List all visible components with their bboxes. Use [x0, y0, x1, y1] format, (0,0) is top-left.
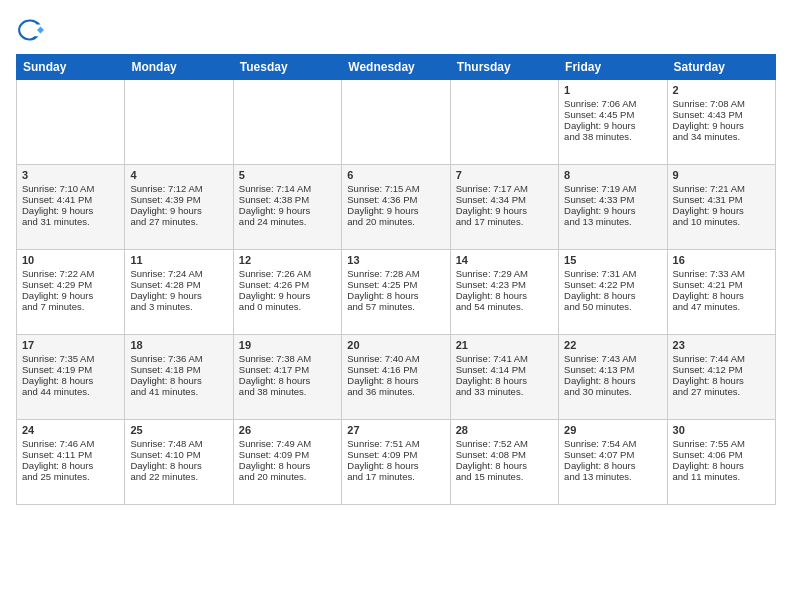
day-info: Sunset: 4:14 PM	[456, 364, 553, 375]
header	[16, 16, 776, 44]
day-info: and 27 minutes.	[673, 386, 770, 397]
day-info: Sunrise: 7:21 AM	[673, 183, 770, 194]
day-info: and 13 minutes.	[564, 471, 661, 482]
calendar-cell: 26Sunrise: 7:49 AMSunset: 4:09 PMDayligh…	[233, 420, 341, 505]
calendar-cell: 21Sunrise: 7:41 AMSunset: 4:14 PMDayligh…	[450, 335, 558, 420]
day-info: Sunrise: 7:41 AM	[456, 353, 553, 364]
calendar-cell: 24Sunrise: 7:46 AMSunset: 4:11 PMDayligh…	[17, 420, 125, 505]
day-info: Daylight: 9 hours	[22, 290, 119, 301]
day-info: Sunrise: 7:08 AM	[673, 98, 770, 109]
day-info: Sunrise: 7:22 AM	[22, 268, 119, 279]
day-info: Sunrise: 7:38 AM	[239, 353, 336, 364]
calendar-week-row: 10Sunrise: 7:22 AMSunset: 4:29 PMDayligh…	[17, 250, 776, 335]
day-info: Sunset: 4:33 PM	[564, 194, 661, 205]
day-info: Daylight: 8 hours	[456, 375, 553, 386]
day-number: 28	[456, 424, 553, 436]
calendar-cell: 5Sunrise: 7:14 AMSunset: 4:38 PMDaylight…	[233, 165, 341, 250]
day-info: Sunset: 4:09 PM	[239, 449, 336, 460]
day-info: Daylight: 8 hours	[673, 375, 770, 386]
calendar-cell: 7Sunrise: 7:17 AMSunset: 4:34 PMDaylight…	[450, 165, 558, 250]
day-info: Sunrise: 7:49 AM	[239, 438, 336, 449]
calendar-header-tuesday: Tuesday	[233, 55, 341, 80]
day-info: Sunset: 4:41 PM	[22, 194, 119, 205]
day-number: 2	[673, 84, 770, 96]
day-info: Daylight: 9 hours	[456, 205, 553, 216]
day-info: Daylight: 8 hours	[564, 290, 661, 301]
day-info: and 50 minutes.	[564, 301, 661, 312]
day-number: 22	[564, 339, 661, 351]
day-info: and 15 minutes.	[456, 471, 553, 482]
logo-icon	[16, 16, 44, 44]
day-info: Daylight: 9 hours	[347, 205, 444, 216]
day-number: 20	[347, 339, 444, 351]
calendar-cell: 29Sunrise: 7:54 AMSunset: 4:07 PMDayligh…	[559, 420, 667, 505]
calendar-cell: 22Sunrise: 7:43 AMSunset: 4:13 PMDayligh…	[559, 335, 667, 420]
day-info: Sunrise: 7:55 AM	[673, 438, 770, 449]
day-number: 18	[130, 339, 227, 351]
day-number: 8	[564, 169, 661, 181]
day-info: and 10 minutes.	[673, 216, 770, 227]
day-number: 23	[673, 339, 770, 351]
day-info: Sunrise: 7:14 AM	[239, 183, 336, 194]
day-number: 6	[347, 169, 444, 181]
calendar-cell: 27Sunrise: 7:51 AMSunset: 4:09 PMDayligh…	[342, 420, 450, 505]
calendar-header-saturday: Saturday	[667, 55, 775, 80]
day-info: and 57 minutes.	[347, 301, 444, 312]
day-info: and 20 minutes.	[347, 216, 444, 227]
calendar-cell: 4Sunrise: 7:12 AMSunset: 4:39 PMDaylight…	[125, 165, 233, 250]
day-info: Daylight: 8 hours	[673, 460, 770, 471]
day-number: 30	[673, 424, 770, 436]
calendar-cell: 1Sunrise: 7:06 AMSunset: 4:45 PMDaylight…	[559, 80, 667, 165]
day-number: 1	[564, 84, 661, 96]
day-info: and 34 minutes.	[673, 131, 770, 142]
day-info: Sunset: 4:21 PM	[673, 279, 770, 290]
day-info: Sunset: 4:39 PM	[130, 194, 227, 205]
day-info: Sunrise: 7:52 AM	[456, 438, 553, 449]
day-number: 13	[347, 254, 444, 266]
day-info: Daylight: 9 hours	[673, 120, 770, 131]
day-info: Sunset: 4:38 PM	[239, 194, 336, 205]
day-number: 9	[673, 169, 770, 181]
day-number: 14	[456, 254, 553, 266]
day-info: Sunrise: 7:44 AM	[673, 353, 770, 364]
day-info: and 3 minutes.	[130, 301, 227, 312]
calendar-cell: 17Sunrise: 7:35 AMSunset: 4:19 PMDayligh…	[17, 335, 125, 420]
day-info: Daylight: 8 hours	[564, 375, 661, 386]
day-info: Daylight: 8 hours	[673, 290, 770, 301]
day-info: and 25 minutes.	[22, 471, 119, 482]
calendar-header-friday: Friday	[559, 55, 667, 80]
day-number: 4	[130, 169, 227, 181]
calendar-cell	[233, 80, 341, 165]
day-info: and 47 minutes.	[673, 301, 770, 312]
calendar-header-monday: Monday	[125, 55, 233, 80]
day-info: Sunset: 4:23 PM	[456, 279, 553, 290]
day-info: and 24 minutes.	[239, 216, 336, 227]
day-number: 29	[564, 424, 661, 436]
day-number: 26	[239, 424, 336, 436]
calendar: SundayMondayTuesdayWednesdayThursdayFrid…	[16, 54, 776, 505]
day-info: Daylight: 9 hours	[564, 120, 661, 131]
day-info: and 36 minutes.	[347, 386, 444, 397]
calendar-cell: 30Sunrise: 7:55 AMSunset: 4:06 PMDayligh…	[667, 420, 775, 505]
calendar-week-row: 24Sunrise: 7:46 AMSunset: 4:11 PMDayligh…	[17, 420, 776, 505]
day-info: Daylight: 8 hours	[239, 375, 336, 386]
calendar-cell: 28Sunrise: 7:52 AMSunset: 4:08 PMDayligh…	[450, 420, 558, 505]
calendar-header-row: SundayMondayTuesdayWednesdayThursdayFrid…	[17, 55, 776, 80]
day-info: Sunset: 4:19 PM	[22, 364, 119, 375]
calendar-cell: 3Sunrise: 7:10 AMSunset: 4:41 PMDaylight…	[17, 165, 125, 250]
day-info: Sunrise: 7:06 AM	[564, 98, 661, 109]
day-info: and 22 minutes.	[130, 471, 227, 482]
page: SundayMondayTuesdayWednesdayThursdayFrid…	[0, 0, 792, 612]
day-number: 25	[130, 424, 227, 436]
day-info: Sunset: 4:08 PM	[456, 449, 553, 460]
calendar-header-wednesday: Wednesday	[342, 55, 450, 80]
day-info: Sunset: 4:25 PM	[347, 279, 444, 290]
day-info: Sunset: 4:31 PM	[673, 194, 770, 205]
day-number: 19	[239, 339, 336, 351]
day-info: Daylight: 8 hours	[347, 460, 444, 471]
day-info: and 41 minutes.	[130, 386, 227, 397]
day-info: and 54 minutes.	[456, 301, 553, 312]
day-info: Daylight: 8 hours	[456, 460, 553, 471]
calendar-cell: 8Sunrise: 7:19 AMSunset: 4:33 PMDaylight…	[559, 165, 667, 250]
day-info: Sunset: 4:22 PM	[564, 279, 661, 290]
